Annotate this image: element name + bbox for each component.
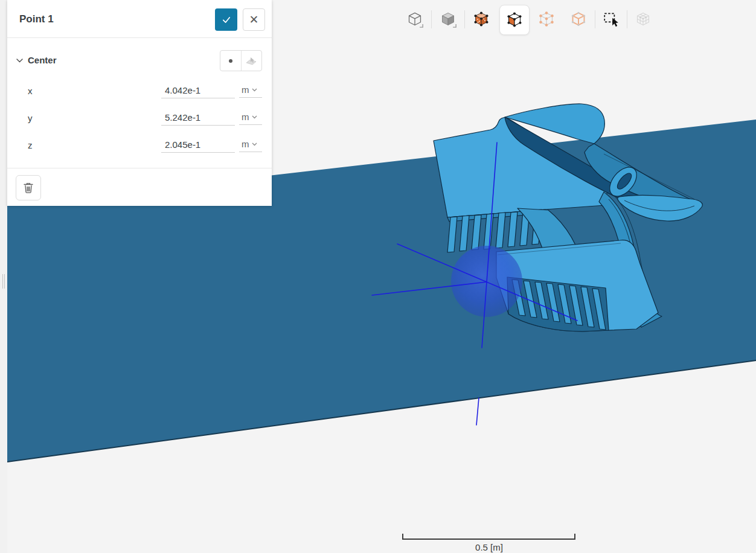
x-unit-value: m xyxy=(242,85,249,95)
z-unit-value: m xyxy=(242,139,249,149)
chevron-down-icon xyxy=(252,115,257,119)
x-input[interactable] xyxy=(161,82,235,98)
point-properties-panel: Point 1 ✕ Center xyxy=(7,0,272,206)
y-unit-value: m xyxy=(242,112,249,122)
z-label: z xyxy=(28,132,33,159)
scale-bar-label: 0.5 [m] xyxy=(444,542,534,552)
face-select-cube-icon xyxy=(506,11,523,28)
x-label: x xyxy=(28,78,33,104)
toolbar-separator xyxy=(431,10,432,28)
wireframe-render-button[interactable] xyxy=(400,5,429,34)
coordinate-row-x: x m xyxy=(7,78,272,104)
left-rail xyxy=(0,0,7,553)
panel-header: Point 1 ✕ xyxy=(7,0,272,38)
box-select-button[interactable] xyxy=(597,5,626,34)
select-mesh-entities-button[interactable] xyxy=(629,5,658,34)
toolbar-separator xyxy=(595,10,595,28)
select-volumes-button[interactable] xyxy=(467,5,496,34)
vertex-select-cube-icon xyxy=(538,11,555,28)
toolbar-separator xyxy=(627,10,627,28)
delete-point-button[interactable] xyxy=(16,175,41,200)
y-input[interactable] xyxy=(161,109,235,126)
select-faces-button[interactable] xyxy=(499,5,530,35)
wireframe-cube-icon xyxy=(406,11,423,28)
mesh-cube-icon xyxy=(635,11,652,28)
edge-select-cube-icon xyxy=(570,11,587,28)
close-icon: ✕ xyxy=(249,14,259,25)
pick-surface-icon xyxy=(246,56,257,66)
solid-render-button[interactable] xyxy=(434,5,463,34)
trash-icon xyxy=(23,182,34,194)
panel-resize-handle[interactable] xyxy=(2,274,5,289)
chevron-down-icon xyxy=(252,142,257,146)
z-input[interactable] xyxy=(161,136,235,153)
volume-select-cube-icon xyxy=(473,11,490,28)
z-unit-select[interactable]: m xyxy=(239,136,262,152)
y-label: y xyxy=(28,105,33,132)
panel-footer xyxy=(7,168,272,206)
manual-point-button[interactable] xyxy=(220,51,241,71)
cancel-button[interactable]: ✕ xyxy=(243,8,265,31)
solid-cube-icon xyxy=(440,11,456,28)
coordinate-row-y: y m xyxy=(7,105,272,132)
app-window: 0.5 [m] xyxy=(0,0,756,553)
select-vertices-button[interactable] xyxy=(532,5,561,34)
center-section-label: Center xyxy=(28,50,57,71)
point-dot-icon xyxy=(229,59,232,63)
x-unit-select[interactable]: m xyxy=(239,82,262,98)
panel-title: Point 1 xyxy=(19,0,54,38)
chevron-down-icon xyxy=(252,88,257,92)
apply-button[interactable] xyxy=(215,8,237,31)
chevron-down-icon xyxy=(16,59,23,63)
coordinate-row-z: z m xyxy=(7,132,272,159)
toolbar-separator xyxy=(464,10,465,28)
checkmark-icon xyxy=(220,14,232,26)
pick-on-geometry-button[interactable] xyxy=(241,51,262,71)
box-select-icon xyxy=(603,11,620,28)
point-placement-toggle xyxy=(220,50,262,71)
select-edges-button[interactable] xyxy=(564,5,593,34)
y-unit-select[interactable]: m xyxy=(239,109,262,125)
